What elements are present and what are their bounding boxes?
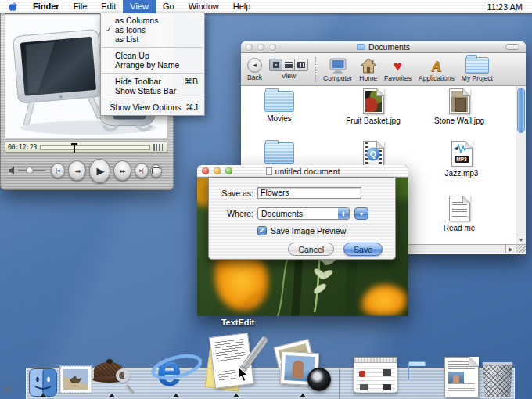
play-button[interactable] — [89, 159, 110, 183]
file-label: Stone Wall.jpg — [434, 117, 484, 125]
skip-forward-button[interactable] — [135, 163, 149, 178]
toolbar-toggle-button[interactable] — [505, 44, 519, 50]
menu-bar: Finder File Edit View Go Window Help 11:… — [0, 0, 532, 13]
file-icon-folder[interactable] — [241, 142, 318, 164]
dock-icon-minimized-window[interactable] — [354, 357, 397, 393]
magnifying-glass-icon — [116, 368, 130, 383]
scrubber-track[interactable] — [40, 145, 150, 150]
finder-face-icon — [29, 368, 57, 397]
playhead[interactable] — [74, 143, 75, 153]
volume-knob[interactable] — [26, 167, 34, 174]
toolbar-item-my-project[interactable]: My Project — [462, 56, 493, 82]
file-icon-read-me[interactable]: Read me — [420, 196, 498, 232]
menu-item-label: as List — [115, 34, 198, 44]
file-icon-stone-wall[interactable]: Stone Wall.jpg — [420, 88, 498, 125]
file-icon-movies[interactable]: Movies — [241, 91, 318, 123]
picture-document-icon — [444, 357, 479, 397]
rewind-button[interactable] — [68, 160, 86, 181]
save-as-input[interactable]: Flowers — [257, 187, 361, 199]
menu-item-hide-toolbar[interactable]: Hide Toolbar ⌘B — [101, 77, 204, 86]
toolbar-item-favorites[interactable]: ♥ Favorites — [384, 56, 412, 82]
menu-item-show-status-bar[interactable]: Show Status Bar — [101, 86, 204, 95]
close-button[interactable] — [246, 44, 253, 51]
back-label: Back — [247, 74, 262, 81]
resize-grip[interactable] — [516, 244, 526, 253]
menu-item-clean-up[interactable]: Clean Up — [101, 51, 204, 60]
dock-icon-finder[interactable] — [29, 368, 57, 397]
menu-item-as-columns[interactable]: as Columns — [101, 16, 204, 25]
cancel-button[interactable]: Cancel — [288, 243, 334, 256]
menu-item-arrange-by-name[interactable]: Arrange by Name — [101, 60, 204, 70]
skip-back-button[interactable] — [51, 163, 65, 178]
apple-logo-icon — [5, 383, 13, 397]
menu-item-as-list[interactable]: as List — [101, 34, 204, 44]
dock-icon-textedit[interactable] — [204, 332, 268, 396]
menu-item-as-icons[interactable]: ✓ as Icons — [101, 25, 204, 34]
minimize-button[interactable] — [257, 44, 264, 51]
button-row: Cancel Save — [209, 243, 395, 256]
browse-disclosure-button[interactable] — [354, 207, 368, 220]
menu-view[interactable]: View — [123, 0, 156, 13]
minimize-button[interactable] — [214, 167, 221, 174]
menu-window[interactable]: Window — [182, 0, 226, 13]
checkbox-label: Save Image Preview — [271, 226, 346, 235]
dock-icon-folder[interactable] — [408, 365, 409, 379]
dock-icon-image-capture[interactable] — [275, 340, 331, 396]
document-icon — [266, 167, 272, 175]
list-view-segment[interactable] — [282, 59, 295, 70]
back-button[interactable]: Back — [247, 58, 262, 81]
menu-clock[interactable]: 11:23 AM — [477, 2, 532, 12]
scroll-right-arrow[interactable]: ▶ — [505, 245, 516, 253]
file-icon-fruit-basket[interactable]: Fruit Basket.jpg — [334, 88, 412, 125]
view-switcher[interactable]: View — [269, 59, 308, 80]
vertical-scrollbar[interactable]: ▼ — [516, 86, 526, 244]
volume-slider[interactable] — [18, 170, 46, 171]
untitled-document-window: untitled document — [197, 165, 408, 316]
where-popup[interactable]: Documents — [257, 207, 350, 220]
untitled-title-bar[interactable]: untitled document — [197, 165, 408, 178]
running-indicator — [40, 394, 46, 397]
file-icon-jazz-mp3[interactable]: MP3 Jazz.mp3 — [422, 141, 501, 178]
desktop[interactable]: Finder File Edit View Go Window Help 11:… — [0, 0, 532, 399]
dock-icon-sherlock[interactable] — [92, 359, 131, 395]
documents-title-bar[interactable]: Documents — [241, 41, 526, 53]
menu-go[interactable]: Go — [156, 0, 182, 13]
zoom-button[interactable] — [269, 44, 276, 51]
fast-forward-button[interactable] — [113, 160, 131, 181]
close-button[interactable] — [202, 167, 209, 174]
icon-view-segment[interactable] — [270, 59, 282, 70]
dock-icon-picture-document[interactable] — [444, 357, 479, 397]
tv-button[interactable] — [150, 164, 162, 178]
photos-and-lens-icon — [275, 340, 331, 396]
image-file-icon — [449, 88, 470, 114]
save-image-preview-checkbox[interactable]: ✓ — [257, 226, 267, 235]
dock-icon-trash[interactable] — [481, 362, 514, 397]
file-icon-quicktime-movie[interactable]: Q — [334, 141, 412, 167]
menu-file[interactable]: File — [66, 0, 95, 13]
dock-icon-internet-explorer[interactable]: e — [150, 345, 202, 394]
menu-shortcut: ⌘B — [184, 77, 198, 86]
toolbar-item-home[interactable]: Home — [359, 56, 377, 82]
menu-item-label: Clean Up — [115, 51, 198, 60]
person-figure — [292, 361, 304, 379]
menu-help[interactable]: Help — [226, 0, 258, 13]
running-indicator — [233, 394, 239, 397]
dock-icon-mail[interactable] — [60, 366, 92, 393]
scroll-down-arrow[interactable]: ▼ — [516, 235, 526, 244]
save-button[interactable]: Save — [343, 243, 383, 256]
textedit-paper-and-pen-icon — [204, 332, 268, 396]
where-label: Where: — [209, 209, 257, 218]
view-label: View — [282, 72, 296, 80]
zoom-button[interactable] — [225, 167, 232, 174]
apple-menu[interactable] — [0, 2, 26, 13]
menu-item-show-view-options[interactable]: Show View Options ⌘J — [101, 102, 204, 112]
menu-edit[interactable]: Edit — [94, 0, 123, 13]
scrollbar-thumb[interactable] — [517, 88, 525, 133]
menu-finder[interactable]: Finder — [26, 0, 66, 13]
column-view-segment[interactable] — [295, 59, 307, 70]
menu-shortcut: ⌘J — [185, 102, 198, 112]
menu-separator — [102, 73, 203, 74]
toolbar-item-computer[interactable]: Computer — [323, 56, 352, 82]
toolbar-item-applications[interactable]: A Applications — [419, 56, 455, 82]
aqua-folder-icon — [408, 365, 409, 379]
